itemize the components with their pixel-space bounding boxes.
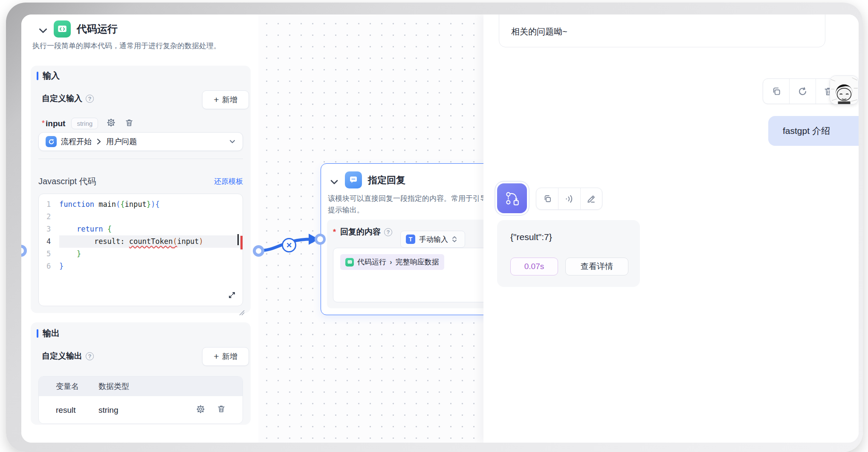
duration-badge: 0.07s — [510, 258, 558, 275]
code-editor[interactable]: 1function main({input}){23 return {4 res… — [38, 194, 243, 306]
param-type-badge: string — [71, 118, 98, 129]
divider — [38, 159, 243, 159]
help-icon[interactable]: ? — [384, 228, 392, 236]
reply-content-section: * 回复的内容 ? T 手动输入 代码运行 › 完整响应数据 — [327, 220, 503, 308]
assistant-message-bubble: 相关的问题呦~ — [499, 14, 825, 47]
source-node-label: 流程开始 — [61, 136, 92, 147]
reply-node-title: 指定回复 — [368, 174, 405, 187]
code-lines: 1function main({input}){23 return {4 res… — [39, 198, 243, 272]
assistant-message-text: 相关的问题呦~ — [511, 26, 567, 38]
source-handle[interactable] — [253, 245, 264, 257]
section-bar — [37, 72, 38, 80]
param-name: input — [46, 119, 65, 128]
required-mark: * — [42, 119, 45, 128]
gear-icon[interactable] — [107, 118, 116, 129]
user-avatar — [830, 76, 858, 104]
custom-input-label: 自定义输入 ? — [42, 93, 94, 104]
code-node-panel: 代码运行 执行一段简单的脚本代码，通常用于进行复杂的数据处理。 输入 自定义输入… — [21, 14, 258, 443]
plus-icon: + — [214, 95, 219, 105]
edit-icon[interactable] — [580, 188, 602, 209]
section-bar — [37, 329, 38, 338]
copy-icon[interactable] — [536, 188, 558, 209]
output-card: 输出 自定义输出 ? + 新增 变量名 数据类型 result string — [31, 322, 251, 425]
table-header: 变量名 数据类型 — [39, 377, 243, 396]
variable-tag[interactable]: 代码运行 › 完整响应数据 — [340, 254, 444, 270]
gear-icon[interactable] — [196, 405, 205, 416]
chevron-down-icon[interactable] — [38, 26, 47, 35]
code-editor-label: Javascript 代码 — [38, 176, 96, 187]
col-variable-name: 变量名 — [39, 381, 98, 391]
add-output-button[interactable]: + 新增 — [202, 347, 249, 366]
error-marker — [240, 236, 243, 249]
user-message-bubble: fastgpt 介绍 — [768, 116, 859, 146]
response-card: {"result":7} 0.07s 查看详情 — [497, 220, 640, 287]
add-input-button[interactable]: + 新增 — [202, 90, 249, 109]
trash-icon[interactable] — [125, 119, 133, 129]
reply-node-icon — [345, 171, 362, 188]
trash-icon[interactable] — [217, 405, 226, 415]
output-var-name: result — [39, 406, 98, 415]
input-section-heading: 输入 — [37, 70, 60, 81]
table-row: result string — [39, 396, 243, 424]
reply-node-description: 该模块可以直接回复一段指定的内容。常用于引导、提示输出。 — [328, 193, 500, 216]
output-section-heading: 输出 — [37, 327, 60, 339]
reset-template-link[interactable]: 还原模板 — [214, 177, 243, 186]
code-line[interactable]: 4 result: countToken(input) — [39, 235, 243, 248]
user-message-text: fastgpt 介绍 — [783, 125, 830, 137]
text-input-icon: T — [406, 235, 415, 244]
response-text: {"result":7} — [510, 232, 552, 242]
variable-tag-node: 代码运行 — [357, 257, 386, 267]
reply-mode-select[interactable]: T 手动输入 — [400, 231, 465, 248]
output-table: 变量名 数据类型 result string — [38, 376, 243, 424]
code-node-description: 执行一段简单的脚本代码，通常用于进行复杂的数据处理。 — [32, 41, 248, 51]
voice-icon[interactable] — [558, 188, 580, 209]
node-reply[interactable]: 指定回复 该模块可以直接回复一段指定的内容。常用于引导、提示输出。 * 回复的内… — [321, 163, 506, 315]
assistant-avatar[interactable] — [497, 183, 527, 213]
chat-panel: 相关的问题呦~ fastgpt — [483, 14, 859, 443]
code-node-mini-icon — [345, 258, 354, 267]
copy-icon[interactable] — [763, 79, 789, 104]
input-param-row: * input string — [42, 118, 133, 129]
col-data-type: 数据类型 — [98, 381, 162, 391]
code-line[interactable]: 1function main({input}){ — [39, 198, 243, 211]
resize-grip[interactable] — [236, 307, 251, 313]
chevron-right-separator: › — [390, 258, 392, 267]
plus-icon: + — [214, 351, 219, 362]
refresh-icon[interactable] — [789, 79, 815, 104]
expand-icon[interactable] — [227, 290, 237, 301]
code-line[interactable]: 5 } — [39, 248, 243, 260]
input-card: 输入 自定义输入 ? + 新增 * input string — [31, 66, 251, 313]
window-frame: 指定回复 该模块可以直接回复一段指定的内容。常用于引导、提示输出。 * 回复的内… — [6, 3, 863, 452]
app-content: 指定回复 该模块可以直接回复一段指定的内容。常用于引导、提示输出。 * 回复的内… — [21, 14, 859, 443]
variable-tag-field: 完整响应数据 — [396, 257, 439, 267]
reply-content-label: 回复的内容 — [340, 226, 381, 238]
source-field-label: 用户问题 — [106, 136, 137, 147]
chevron-right-icon — [96, 138, 102, 145]
code-line[interactable]: 2 — [39, 211, 243, 223]
code-node-icon — [54, 20, 71, 38]
required-mark: * — [333, 228, 336, 237]
view-detail-button[interactable]: 查看详情 — [565, 258, 628, 275]
code-line[interactable]: 6} — [39, 260, 243, 272]
code-node-title: 代码运行 — [77, 22, 118, 36]
text-cursor — [237, 234, 239, 245]
chevron-down-icon[interactable] — [330, 177, 339, 187]
flow-start-icon — [46, 136, 57, 147]
input-source-select[interactable]: 流程开始 用户问题 — [38, 132, 243, 151]
edge-delete-button[interactable]: ✕ — [282, 238, 296, 252]
help-icon[interactable]: ? — [86, 95, 94, 103]
select-carets-icon — [452, 235, 457, 243]
target-handle[interactable] — [315, 234, 326, 245]
chevron-down-icon — [229, 138, 236, 145]
reply-content-textarea[interactable]: 代码运行 › 完整响应数据 — [333, 248, 503, 302]
output-var-type: string — [98, 406, 162, 415]
reply-mode-value: 手动输入 — [419, 235, 448, 244]
code-line[interactable]: 3 return { — [39, 223, 243, 235]
answer-toolbar — [536, 188, 602, 210]
help-icon[interactable]: ? — [86, 352, 94, 360]
custom-output-label: 自定义输出 ? — [42, 351, 94, 362]
